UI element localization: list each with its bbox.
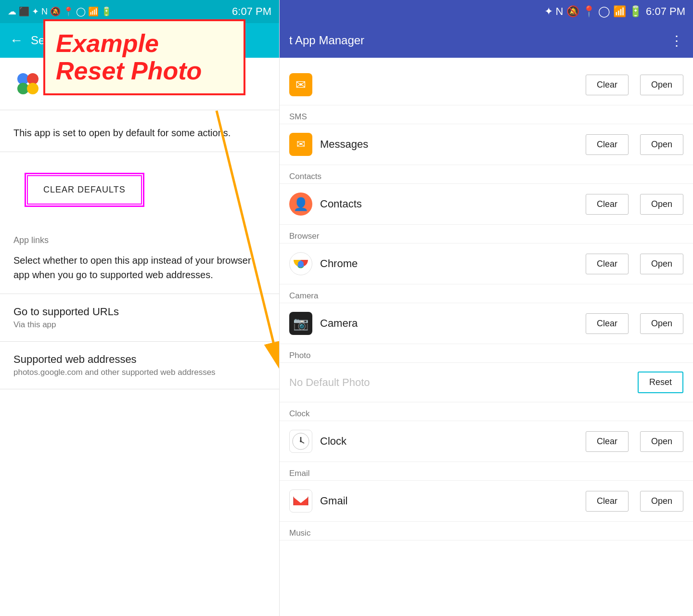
clock-icon	[289, 430, 312, 453]
example-overlay: Example Reset Photo	[43, 19, 245, 95]
app-row-contacts: 👤 Contacts Clear Open	[280, 184, 693, 225]
category-label-sms: SMS	[280, 105, 693, 124]
clear-defaults-container: CLEAR DEFAULTS	[0, 152, 279, 228]
overlay-line2: Reset Photo	[56, 57, 233, 85]
open-button-chrome[interactable]: Open	[640, 254, 683, 274]
photo-reset-button[interactable]: Reset	[638, 372, 683, 393]
messages-icon: ✉	[289, 133, 312, 156]
app-name-chrome: Chrome	[320, 257, 578, 270]
open-button-clock[interactable]: Open	[640, 431, 683, 452]
clear-button-messages[interactable]: Clear	[586, 134, 629, 155]
clear-button-top[interactable]: Clear	[586, 75, 629, 95]
go-to-urls-sub: Via this app	[13, 320, 266, 330]
contacts-icon: 👤	[289, 192, 312, 216]
open-button-messages[interactable]: Open	[640, 134, 683, 155]
open-button-contacts[interactable]: Open	[640, 194, 683, 215]
left-panel: ☁ ⬛ ✦ N 🔕 📍 ◯ 📶 🔋 6:07 PM ← Set as defau…	[0, 0, 279, 616]
photo-row: No Default Photo Reset	[280, 363, 693, 402]
gmail-icon	[289, 489, 312, 513]
app-row-chrome: Chrome Clear Open	[280, 244, 693, 284]
overflow-menu-button[interactable]: ⋮	[670, 33, 683, 49]
app-row-messages: ✉ Messages Clear Open	[280, 124, 693, 165]
back-button[interactable]: ←	[10, 33, 23, 48]
clear-button-camera[interactable]: Clear	[586, 313, 629, 334]
clear-button-gmail[interactable]: Clear	[586, 491, 629, 512]
left-time: 6:07 PM	[232, 5, 271, 18]
app-links-label: App links	[0, 228, 279, 249]
chrome-icon	[289, 252, 312, 275]
right-toolbar: t App Manager ⋮	[280, 23, 693, 58]
overlay-line1: Example	[56, 30, 233, 57]
supported-title: Supported web addresses	[13, 353, 266, 366]
clear-defaults-button[interactable]: CLEAR DEFAULTS	[27, 175, 142, 205]
category-label-top	[280, 58, 693, 64]
clear-button-contacts[interactable]: Clear	[586, 194, 629, 215]
app-row-clock: Clock Clear Open	[280, 421, 693, 462]
category-label-music: Music	[280, 522, 693, 540]
right-status-icons: ✦ N 🔕 📍 ◯ 📶 🔋	[544, 5, 642, 18]
open-button-gmail[interactable]: Open	[640, 491, 683, 512]
right-toolbar-title: t App Manager	[289, 34, 364, 47]
supported-urls-item[interactable]: Supported web addresses photos.google.co…	[0, 342, 279, 389]
right-time: 6:07 PM	[646, 5, 685, 18]
app-name-clock: Clock	[320, 435, 578, 448]
right-status-bar: ✦ N 🔕 📍 ◯ 📶 🔋 6:07 PM	[280, 0, 693, 23]
clear-button-clock[interactable]: Clear	[586, 431, 629, 452]
svg-point-3	[27, 83, 38, 94]
category-label-email: Email	[280, 462, 693, 481]
app-name-messages: Messages	[320, 138, 578, 151]
default-notice: This app is set to open by default for s…	[0, 110, 279, 152]
open-button-top[interactable]: Open	[640, 75, 683, 95]
app-row-messages-top: ✉ Clear Open	[280, 64, 693, 105]
app-links-desc: Select whether to open this app instead …	[0, 249, 279, 294]
category-label-photo: Photo	[280, 344, 693, 363]
open-button-camera[interactable]: Open	[640, 313, 683, 334]
svg-point-12	[300, 440, 302, 442]
supported-sub: photos.google.com and other supported we…	[13, 368, 266, 377]
app-row-camera: 📷 Camera Clear Open	[280, 303, 693, 344]
left-status-icons: ☁ ⬛ ✦ N 🔕 📍 ◯ 📶 🔋	[8, 6, 112, 17]
right-content: ✉ Clear Open SMS ✉ Messages Clear Open C…	[280, 58, 693, 616]
app-name-contacts: Contacts	[320, 198, 578, 210]
app-name-camera: Camera	[320, 317, 578, 330]
camera-icon: 📷	[289, 312, 312, 335]
right-panel: ✦ N 🔕 📍 ◯ 📶 🔋 6:07 PM t App Manager ⋮ ✉ …	[279, 0, 693, 616]
app-row-gmail: Gmail Clear Open	[280, 481, 693, 522]
category-label-browser: Browser	[280, 225, 693, 244]
go-to-urls-item[interactable]: Go to supported URLs Via this app	[0, 294, 279, 342]
category-label-camera: Camera	[280, 284, 693, 303]
app-name-gmail: Gmail	[320, 495, 578, 507]
go-to-urls-title: Go to supported URLs	[13, 306, 266, 318]
no-default-photo-label: No Default Photo	[289, 376, 630, 389]
category-label-clock: Clock	[280, 402, 693, 421]
svg-point-8	[298, 261, 304, 267]
clear-button-chrome[interactable]: Clear	[586, 254, 629, 274]
photos-icon	[13, 69, 42, 98]
email-icon: ✉	[289, 73, 312, 96]
category-label-contacts: Contacts	[280, 165, 693, 184]
